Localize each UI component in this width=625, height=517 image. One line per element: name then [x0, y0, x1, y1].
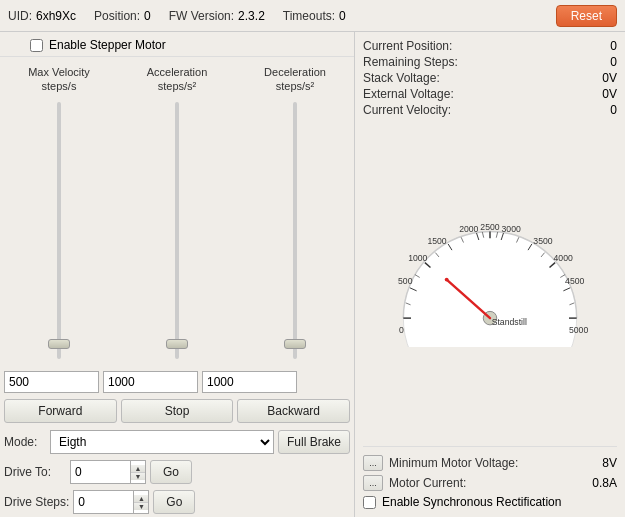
motor-current-config-button[interactable]: ...	[363, 475, 383, 491]
drive-to-spinner: ▲ ▼	[70, 460, 146, 484]
enable-row: Enable Stepper Motor	[0, 32, 354, 57]
enable-stepper-label: Enable Stepper Motor	[49, 38, 166, 52]
drive-to-go-button[interactable]: Go	[150, 460, 192, 484]
min-voltage-key: Minimum Motor Voltage:	[389, 456, 571, 470]
timeouts-value: 0	[339, 9, 346, 23]
max-velocity-col: Max Velocitysteps/s	[0, 61, 118, 367]
motor-current-val: 0.8A	[577, 476, 617, 490]
sync-row: Enable Synchronous Rectification	[363, 493, 617, 511]
uid-value: 6xh9Xc	[36, 9, 76, 23]
stop-button[interactable]: Stop	[121, 399, 234, 423]
timeouts-label: Timeouts:	[283, 9, 335, 23]
drive-steps-label: Drive Steps:	[4, 495, 69, 509]
motion-btn-row: Forward Stop Backward	[0, 397, 354, 427]
drive-to-spinbtns: ▲ ▼	[131, 465, 145, 480]
forward-button[interactable]: Forward	[4, 399, 117, 423]
svg-text:2500: 2500	[480, 222, 499, 232]
svg-text:500: 500	[398, 276, 413, 286]
max-velocity-input[interactable]	[4, 371, 99, 393]
drive-steps-spinner: ▲ ▼	[73, 490, 149, 514]
backward-button[interactable]: Backward	[237, 399, 350, 423]
fw-label: FW Version:	[169, 9, 234, 23]
stack-voltage-val: 0V	[577, 71, 617, 85]
main-content: Enable Stepper Motor Max Velocitysteps/s…	[0, 32, 625, 517]
deceleration-track[interactable]	[293, 102, 297, 359]
mode-select[interactable]: Eigth Full Half Quarter Sixteenth	[50, 430, 274, 454]
svg-text:1500: 1500	[427, 236, 446, 246]
drive-to-input[interactable]	[71, 461, 131, 483]
sync-rectification-checkbox[interactable]	[363, 496, 376, 509]
speedometer-svg: 0 500 1000 1500 2000 2500	[380, 217, 600, 347]
drive-to-row: Drive To: ▲ ▼ Go	[0, 457, 354, 487]
drive-to-label: Drive To:	[4, 465, 66, 479]
drive-to-down-button[interactable]: ▼	[131, 473, 145, 480]
current-position-key: Current Position:	[363, 39, 452, 53]
top-bar: UID: 6xh9Xc Position: 0 FW Version: 2.3.…	[0, 0, 625, 32]
motor-current-key: Motor Current:	[389, 476, 571, 490]
acceleration-track[interactable]	[175, 102, 179, 359]
remaining-steps-key: Remaining Steps:	[363, 55, 458, 69]
mode-row: Mode: Eigth Full Half Quarter Sixteenth …	[0, 427, 354, 457]
min-motor-voltage-row: ... Minimum Motor Voltage: 8V	[363, 453, 617, 473]
info-current-position: Current Position: 0	[363, 38, 617, 54]
drive-steps-down-button[interactable]: ▼	[134, 503, 148, 510]
svg-text:3500: 3500	[533, 236, 552, 246]
sync-rectification-label: Enable Synchronous Rectification	[382, 495, 561, 509]
svg-text:1000: 1000	[408, 253, 427, 263]
info-remaining-steps: Remaining Steps: 0	[363, 54, 617, 70]
info-current-velocity: Current Velocity: 0	[363, 102, 617, 118]
acceleration-col: Accelerationsteps/s²	[118, 61, 236, 367]
max-velocity-track[interactable]	[57, 102, 61, 359]
svg-text:4500: 4500	[565, 276, 584, 286]
sliders-section: Max Velocitysteps/s Accelerationsteps/s²…	[0, 57, 354, 371]
right-panel: Current Position: 0 Remaining Steps: 0 S…	[355, 32, 625, 517]
acceleration-label: Accelerationsteps/s²	[147, 65, 208, 94]
position-value: 0	[144, 9, 151, 23]
fw-value: 2.3.2	[238, 9, 265, 23]
enable-stepper-checkbox[interactable]	[30, 39, 43, 52]
current-velocity-key: Current Velocity:	[363, 103, 451, 117]
svg-text:4000: 4000	[554, 253, 573, 263]
max-velocity-thumb[interactable]	[48, 339, 70, 349]
fw-item: FW Version: 2.3.2	[169, 9, 265, 23]
svg-point-36	[445, 278, 449, 282]
min-voltage-val: 8V	[577, 456, 617, 470]
current-velocity-val: 0	[577, 103, 617, 117]
bottom-info: ... Minimum Motor Voltage: 8V ... Motor …	[363, 446, 617, 511]
external-voltage-key: External Voltage:	[363, 87, 454, 101]
left-panel: Enable Stepper Motor Max Velocitysteps/s…	[0, 32, 355, 517]
drive-steps-spinbtns: ▲ ▼	[134, 495, 148, 510]
deceleration-col: Decelerationsteps/s²	[236, 61, 354, 367]
reset-button[interactable]: Reset	[556, 5, 617, 27]
svg-text:0: 0	[399, 325, 404, 335]
svg-text:2000: 2000	[459, 224, 478, 234]
acceleration-input[interactable]	[103, 371, 198, 393]
info-stack-voltage: Stack Voltage: 0V	[363, 70, 617, 86]
slider-input-row	[0, 371, 354, 397]
svg-text:3000: 3000	[502, 224, 521, 234]
position-item: Position: 0	[94, 9, 151, 23]
drive-steps-up-button[interactable]: ▲	[134, 495, 148, 503]
min-voltage-config-button[interactable]: ...	[363, 455, 383, 471]
deceleration-label: Decelerationsteps/s²	[264, 65, 326, 94]
gauge-wrap: 0 500 1000 1500 2000 2500	[363, 118, 617, 446]
drive-steps-go-button[interactable]: Go	[153, 490, 195, 514]
drive-steps-input[interactable]	[74, 491, 134, 513]
deceleration-input[interactable]	[202, 371, 297, 393]
gauge-container: 0 500 1000 1500 2000 2500	[380, 217, 600, 347]
deceleration-thumb[interactable]	[284, 339, 306, 349]
timeouts-item: Timeouts: 0	[283, 9, 346, 23]
current-position-val: 0	[577, 39, 617, 53]
svg-text:5000: 5000	[569, 325, 588, 335]
motor-current-row: ... Motor Current: 0.8A	[363, 473, 617, 493]
info-table: Current Position: 0 Remaining Steps: 0 S…	[363, 38, 617, 118]
max-velocity-label: Max Velocitysteps/s	[28, 65, 90, 94]
uid-label: UID:	[8, 9, 32, 23]
info-external-voltage: External Voltage: 0V	[363, 86, 617, 102]
full-brake-button[interactable]: Full Brake	[278, 430, 350, 454]
stack-voltage-key: Stack Voltage:	[363, 71, 440, 85]
acceleration-thumb[interactable]	[166, 339, 188, 349]
drive-steps-row: Drive Steps: ▲ ▼ Go	[0, 487, 354, 517]
drive-to-up-button[interactable]: ▲	[131, 465, 145, 473]
uid-item: UID: 6xh9Xc	[8, 9, 76, 23]
